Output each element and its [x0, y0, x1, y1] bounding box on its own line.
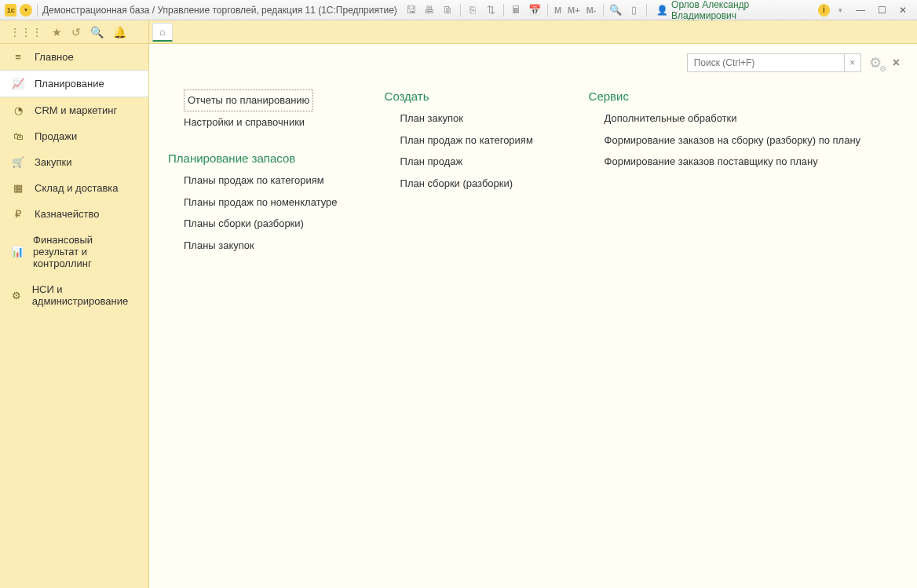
panel: × ⚙ × Отчеты по планированию Настройки и… — [149, 44, 917, 588]
zoom-icon[interactable]: 🔍 — [608, 2, 623, 18]
sidebar-item-sales[interactable]: 🛍 Продажи — [0, 123, 148, 149]
layout-icon[interactable]: ▯ — [627, 2, 641, 18]
sidebar-item-purchases[interactable]: 🛒 Закупки — [0, 149, 148, 175]
gear-icon: ⚙ — [11, 290, 23, 301]
sidebar-item-label: Продажи — [35, 130, 77, 142]
divider — [460, 4, 461, 16]
link-assembly-plans[interactable]: Планы сборки (разборки) — [184, 213, 338, 235]
content-area: ⌂ × ⚙ × Отчеты по планированию Настройки… — [149, 20, 917, 588]
app-menu-dropdown[interactable]: ▾ — [20, 4, 31, 16]
sidebar-item-label: Закупки — [35, 156, 71, 168]
bars-icon: 📊 — [11, 246, 24, 257]
preview-icon[interactable]: 🗎 — [440, 2, 455, 18]
dropdown-icon[interactable]: ▾ — [833, 2, 848, 18]
sidebar-item-label: НСИ и администрирование — [32, 283, 137, 307]
tab-strip: ⌂ — [149, 20, 917, 44]
link-purchase-plans[interactable]: Планы закупок — [184, 235, 338, 257]
sidebar-item-label: Склад и доставка — [35, 182, 119, 194]
window-title: Демонстрационная база / Управление торго… — [42, 5, 397, 16]
search-clear-button[interactable]: × — [844, 53, 861, 72]
sidebar-item-label: Планирование — [35, 78, 104, 89]
divider — [646, 4, 647, 16]
print-icon[interactable]: 🖶 — [422, 2, 437, 18]
search-icon[interactable]: 🔍 — [90, 26, 104, 38]
sidebar-item-warehouse[interactable]: ▦ Склад и доставка — [0, 175, 148, 201]
link-sales-plans-nomenclature[interactable]: Планы продаж по номенклатуре — [184, 192, 338, 214]
sidebar-item-crm[interactable]: ◔ CRM и маркетинг — [0, 97, 148, 123]
link-create-assembly-plan[interactable]: План сборки (разборки) — [400, 173, 542, 195]
group-header-service: Сервис — [589, 89, 861, 103]
user-icon: 👤 — [656, 5, 668, 16]
maximize-button[interactable]: ☐ — [873, 2, 891, 18]
calendar-icon[interactable]: 📅 — [528, 2, 543, 18]
history-icon[interactable]: ↺ — [71, 26, 81, 38]
close-panel-button[interactable]: × — [890, 56, 903, 70]
column-1: Отчеты по планированию Настройки и справ… — [168, 89, 338, 256]
link-additional-processing[interactable]: Дополнительные обработки — [605, 108, 861, 130]
link-create-sales-plan-category[interactable]: План продаж по категориям — [400, 130, 542, 152]
link-create-sales-plan[interactable]: План продаж — [400, 151, 542, 173]
sidebar-item-main[interactable]: ≡ Главное — [0, 44, 148, 70]
settings-icon[interactable]: ⚙ — [866, 54, 885, 71]
bag-icon: 🛍 — [11, 130, 25, 142]
close-button[interactable]: ✕ — [894, 2, 912, 18]
user-name: Орлов Александр Владимирович — [671, 0, 812, 21]
link-sales-plans-category[interactable]: Планы продаж по категориям — [184, 170, 338, 192]
divider — [547, 4, 548, 16]
save-icon[interactable]: 🖫 — [404, 2, 418, 18]
calculator-icon[interactable]: 🖩 — [509, 2, 524, 18]
sidebar-item-label: Казначейство — [35, 208, 99, 220]
divider — [603, 4, 604, 16]
pie-icon: ◔ — [11, 104, 25, 116]
search-box: × — [687, 53, 861, 72]
column-service: Сервис Дополнительные обработки Формиров… — [589, 89, 861, 256]
link-settings-reference[interactable]: Настройки и справочники — [184, 111, 338, 133]
sidebar-item-label: Финансовый результат и контроллинг — [33, 234, 137, 269]
ruble-icon: ₽ — [11, 208, 25, 220]
group-header-stock-planning: Планирование запасов — [168, 152, 338, 165]
chart-up-icon: 📈 — [11, 78, 25, 89]
favorite-icon[interactable]: ★ — [52, 26, 62, 38]
sidebar-item-finance[interactable]: 📊 Финансовый результат и контроллинг — [0, 227, 148, 276]
info-icon[interactable]: i — [818, 4, 830, 16]
search-input[interactable] — [687, 53, 844, 72]
sidebar-item-planning[interactable]: 📈 Планирование — [0, 70, 148, 97]
link-form-assembly-orders[interactable]: Формирование заказов на сборку (разборку… — [605, 130, 861, 152]
bell-icon[interactable]: 🔔 — [113, 26, 126, 38]
sidebar-item-treasury[interactable]: ₽ Казначейство — [0, 201, 148, 227]
minimize-button[interactable]: — — [851, 2, 869, 18]
navigation-columns: Отчеты по планированию Настройки и справ… — [168, 89, 898, 256]
cart-icon: 🛒 — [11, 156, 25, 168]
home-tab[interactable]: ⌂ — [152, 23, 173, 42]
column-create: Создать План закупок План продаж по кате… — [385, 89, 542, 256]
sidebar: ≡ Главное 📈 Планирование ◔ CRM и маркети… — [0, 44, 148, 588]
left-column: ⋮⋮⋮ ★ ↺ 🔍 🔔 ≡ Главное 📈 Планирование ◔ C… — [0, 20, 149, 588]
memory-m-minus[interactable]: M- — [585, 5, 598, 15]
apps-icon[interactable]: ⋮⋮⋮ — [9, 26, 42, 38]
sidebar-item-admin[interactable]: ⚙ НСИ и администрирование — [0, 276, 148, 314]
app-logo: 1c — [5, 4, 16, 16]
sidebar-item-label: Главное — [35, 51, 74, 63]
divider — [37, 4, 38, 16]
divider — [503, 4, 504, 16]
copy-icon[interactable]: ⎘ — [466, 2, 480, 18]
sidebar-item-label: CRM и маркетинг — [35, 104, 117, 116]
memory-m[interactable]: M — [553, 5, 563, 15]
menu-icon: ≡ — [11, 51, 25, 63]
panel-toolbar: × ⚙ × — [687, 53, 903, 72]
boxes-icon: ▦ — [11, 182, 25, 194]
link-reports-planning[interactable]: Отчеты по планированию — [184, 89, 313, 111]
top-toolbar: ⋮⋮⋮ ★ ↺ 🔍 🔔 — [0, 20, 148, 44]
current-user[interactable]: 👤 Орлов Александр Владимирович — [656, 0, 812, 21]
compare-icon[interactable]: ⇅ — [484, 2, 499, 18]
link-form-supplier-orders[interactable]: Формирование заказов поставщику по плану — [605, 151, 861, 173]
group-header-create: Создать — [385, 89, 542, 103]
link-create-purchase-plan[interactable]: План закупок — [400, 108, 542, 130]
memory-m-plus[interactable]: M+ — [566, 5, 582, 15]
titlebar: 1c ▾ Демонстрационная база / Управление … — [0, 0, 917, 20]
